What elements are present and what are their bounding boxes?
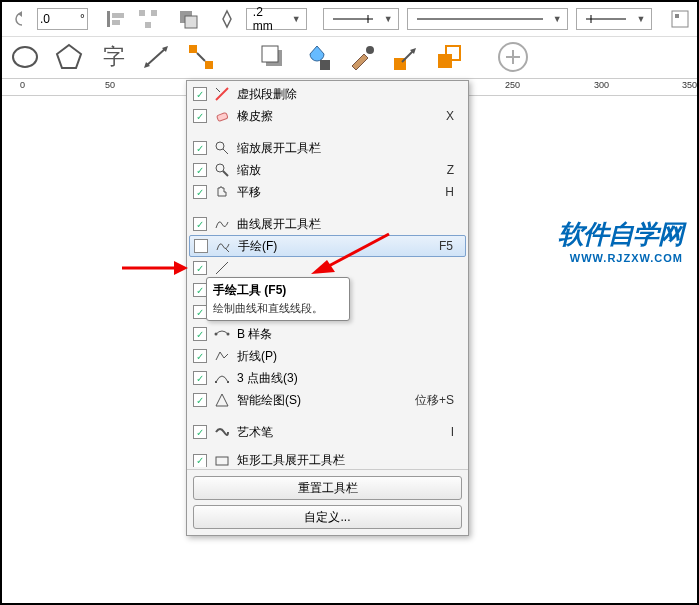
undo-icon[interactable] xyxy=(7,5,29,33)
menu-shortcut: Z xyxy=(447,163,462,177)
svg-rect-1 xyxy=(112,13,124,18)
menu-label: 平移 xyxy=(237,184,445,201)
stroke-width-dropdown[interactable]: .2 mm ▼ xyxy=(246,8,307,30)
ruler-mark: 250 xyxy=(505,80,520,90)
color-eyedropper-icon[interactable] xyxy=(343,39,379,75)
menu-label: 折线(P) xyxy=(237,348,462,365)
menu-shortcut: 位移+S xyxy=(415,392,462,409)
menu-label: B 样条 xyxy=(237,326,462,343)
menu-item-bspline[interactable]: ✓ B 样条 xyxy=(189,323,466,345)
menu-item-rect-toolbar[interactable]: ✓ 矩形工具展开工具栏 xyxy=(189,453,466,467)
menu-item-eraser[interactable]: ✓ 橡皮擦 X xyxy=(189,105,466,127)
svg-marker-47 xyxy=(174,261,188,275)
checkbox-checked[interactable]: ✓ xyxy=(193,327,207,341)
menu-label: 虚拟段删除 xyxy=(237,86,462,103)
tooltip-body: 绘制曲线和直线线段。 xyxy=(213,301,343,316)
smartdraw-icon xyxy=(213,391,231,409)
outline-pen-icon[interactable] xyxy=(216,5,238,33)
checkbox-checked[interactable]: ✓ xyxy=(193,141,207,155)
svg-line-39 xyxy=(225,248,229,252)
chevron-down-icon: ▼ xyxy=(550,14,565,24)
annotation-arrow-left xyxy=(120,257,190,279)
menu-item-smart-drawing[interactable]: ✓ 智能绘图(S) 位移+S xyxy=(189,389,466,411)
menu-item-3pt-curve[interactable]: ✓ 3 点曲线(3) xyxy=(189,367,466,389)
line-style-dropdown[interactable]: ▼ xyxy=(407,8,568,30)
checkbox-checked[interactable]: ✓ xyxy=(193,393,207,407)
menu-item-pan[interactable]: ✓ 平移 H xyxy=(189,181,466,203)
svg-rect-45 xyxy=(216,457,228,465)
svg-point-41 xyxy=(215,333,218,336)
svg-line-36 xyxy=(223,149,228,154)
menu-spacer xyxy=(189,127,466,137)
align-distribute-icon[interactable] xyxy=(136,5,160,33)
svg-rect-13 xyxy=(672,11,688,27)
brand-cn: 软件自学网 xyxy=(558,217,683,252)
delete-segment-icon xyxy=(213,85,231,103)
order-front-icon[interactable] xyxy=(176,5,200,33)
svg-line-38 xyxy=(223,171,228,176)
menu-item-zoom-toolbar[interactable]: ✓ 缩放展开工具栏 xyxy=(189,137,466,159)
checkbox-checked[interactable]: ✓ xyxy=(193,349,207,363)
checkbox-checked[interactable]: ✓ xyxy=(193,454,207,468)
ellipse-tool-icon[interactable] xyxy=(7,39,43,75)
checkbox-checked[interactable]: ✓ xyxy=(193,425,207,439)
svg-point-37 xyxy=(216,164,224,172)
hand-icon xyxy=(213,183,231,201)
reset-toolbar-button[interactable]: 重置工具栏 xyxy=(193,476,462,500)
checkbox-checked[interactable]: ✓ xyxy=(193,163,207,177)
checkbox-unchecked[interactable]: ✓ xyxy=(194,239,208,253)
ruler-mark: 0 xyxy=(20,80,25,90)
rotation-field[interactable]: .0 ° xyxy=(37,8,88,30)
menu-label: 矩形工具展开工具栏 xyxy=(237,453,462,467)
menu-item-zoom[interactable]: ✓ 缩放 Z xyxy=(189,159,466,181)
svg-rect-26 xyxy=(320,60,330,70)
curve-toolbar-icon xyxy=(213,215,231,233)
checkbox-checked[interactable]: ✓ xyxy=(193,185,207,199)
tooltip: 手绘工具 (F5) 绘制曲线和直线线段。 xyxy=(206,277,350,321)
drop-shadow-icon[interactable] xyxy=(255,39,291,75)
menu-item-polyline[interactable]: ✓ 折线(P) xyxy=(189,345,466,367)
toolbar-row-2: 字 xyxy=(2,37,697,77)
svg-marker-18 xyxy=(57,45,81,68)
zoom-icon xyxy=(213,161,231,179)
freehand-icon xyxy=(214,237,232,255)
wrap-text-icon[interactable] xyxy=(668,5,692,33)
connector-tool-icon[interactable] xyxy=(183,39,219,75)
svg-line-48 xyxy=(325,234,389,268)
chevron-down-icon: ▼ xyxy=(289,14,304,24)
interactive-fill-icon[interactable] xyxy=(387,39,423,75)
smart-fill-icon[interactable] xyxy=(431,39,467,75)
checkbox-checked[interactable]: ✓ xyxy=(193,261,207,275)
menu-label: 智能绘图(S) xyxy=(237,392,415,409)
polygon-tool-icon[interactable] xyxy=(51,39,87,75)
svg-rect-3 xyxy=(139,10,145,16)
text-tool-icon[interactable]: 字 xyxy=(95,39,131,75)
checkbox-checked[interactable]: ✓ xyxy=(193,217,207,231)
menu-item-artistic-media[interactable]: ✓ 艺术笔 I xyxy=(189,421,466,443)
checkbox-checked[interactable]: ✓ xyxy=(193,87,207,101)
checkbox-checked[interactable]: ✓ xyxy=(193,109,207,123)
end-cap-dropdown[interactable]: ▼ xyxy=(576,8,652,30)
start-cap-dropdown[interactable]: ▼ xyxy=(323,8,399,30)
svg-point-17 xyxy=(13,47,37,67)
dimension-tool-icon[interactable] xyxy=(139,39,175,75)
degree-symbol: ° xyxy=(80,12,85,26)
menu-item-virtual-segment-delete[interactable]: ✓ 虚拟段删除 xyxy=(189,83,466,105)
line-style-preview xyxy=(410,11,550,27)
svg-rect-7 xyxy=(185,16,197,28)
checkbox-checked[interactable]: ✓ xyxy=(193,371,207,385)
zoom-in-icon[interactable] xyxy=(495,39,531,75)
transparency-tool-icon[interactable] xyxy=(299,39,335,75)
menu-buttons: 重置工具栏 自定义... xyxy=(187,469,468,535)
checkbox-checked[interactable]: ✓ xyxy=(193,305,207,319)
ruler-mark: 350 xyxy=(682,80,697,90)
checkbox-checked[interactable]: ✓ xyxy=(193,283,207,297)
menu-label: 3 点曲线(3) xyxy=(237,370,462,387)
svg-rect-34 xyxy=(217,112,228,121)
svg-rect-43 xyxy=(215,381,217,383)
customize-button[interactable]: 自定义... xyxy=(193,505,462,529)
align-left-icon[interactable] xyxy=(104,5,128,33)
menu-label: 艺术笔 xyxy=(237,424,451,441)
svg-rect-21 xyxy=(189,45,197,53)
artistic-icon xyxy=(213,423,231,441)
